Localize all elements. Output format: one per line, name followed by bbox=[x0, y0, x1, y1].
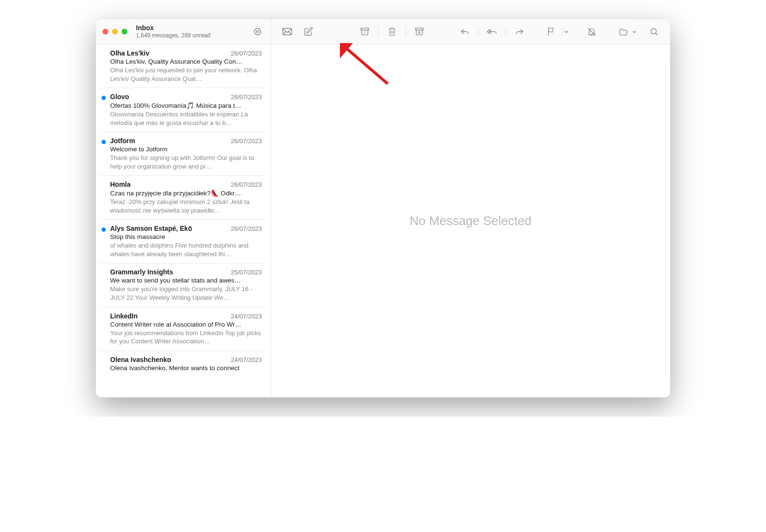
content: Olha Les'kiv26/07/2023Olha Les'kiv, Qual… bbox=[96, 45, 670, 397]
message-item[interactable]: Alys Samson Estapé, Ekō26/07/2023Stop th… bbox=[101, 220, 266, 263]
message-preview: Thank you for signing up with Jotform! O… bbox=[110, 154, 262, 170]
traffic-lights bbox=[102, 29, 127, 34]
message-sender: Olha Les'kiv bbox=[110, 49, 149, 57]
archive-button[interactable] bbox=[355, 24, 374, 39]
message-item[interactable]: Jotform26/07/2023Welcome to JotformThank… bbox=[101, 132, 266, 176]
separator bbox=[378, 27, 379, 36]
svg-point-11 bbox=[651, 28, 656, 34]
message-preview: Glovomanía Descuentos imbatibles te espe… bbox=[110, 110, 262, 127]
get-mail-button[interactable] bbox=[278, 24, 297, 39]
separator bbox=[406, 27, 406, 36]
message-item[interactable]: LinkedIn24/07/2023Content Writer role at… bbox=[101, 307, 266, 351]
message-preview-pane: No Message Selected bbox=[271, 45, 670, 397]
move-button[interactable] bbox=[614, 24, 633, 39]
message-date: 26/07/2023 bbox=[231, 50, 262, 57]
reply-icon bbox=[460, 28, 470, 35]
message-preview: Olha Les'kiv just requested to join your… bbox=[110, 66, 262, 83]
message-subject: Czas na przyjęcie dla przyjaciółek?👠 Odk… bbox=[110, 189, 262, 197]
unread-indicator bbox=[101, 227, 106, 232]
empty-state-text: No Message Selected bbox=[410, 214, 531, 228]
toolbar bbox=[271, 19, 670, 44]
message-sender: Homla bbox=[110, 181, 131, 188]
move-menu-button[interactable] bbox=[631, 30, 638, 34]
message-sender: LinkedIn bbox=[110, 312, 138, 320]
message-subject: Content Writer role at Association of Pr… bbox=[110, 321, 262, 328]
message-sender: Glovo bbox=[110, 93, 129, 101]
separator bbox=[478, 27, 479, 36]
junk-button[interactable] bbox=[410, 24, 429, 39]
message-subject: Stop this massacre bbox=[110, 233, 262, 240]
mailbox-header: Inbox 1,649 messages, 289 unread bbox=[136, 24, 251, 39]
flag-menu-button[interactable] bbox=[563, 30, 570, 34]
message-sender: Olena Ivashchenko bbox=[110, 356, 171, 363]
mailbox-subtitle: 1,649 messages, 289 unread bbox=[136, 32, 251, 39]
titlebar: Inbox 1,649 messages, 289 unread bbox=[96, 19, 670, 45]
flag-button[interactable] bbox=[541, 24, 561, 39]
mailbox-title: Inbox bbox=[136, 24, 251, 32]
message-subject: Ofertas 100% Glovomanía🎵 Música para t… bbox=[110, 102, 262, 109]
compose-button[interactable] bbox=[299, 24, 318, 39]
svg-line-12 bbox=[655, 33, 657, 35]
search-button[interactable] bbox=[644, 24, 664, 39]
window-maximize-button[interactable] bbox=[122, 29, 127, 34]
filter-icon bbox=[253, 27, 262, 36]
filter-button[interactable] bbox=[251, 25, 264, 38]
junk-icon bbox=[415, 27, 424, 36]
titlebar-left: Inbox 1,649 messages, 289 unread bbox=[96, 19, 271, 44]
compose-icon bbox=[304, 27, 313, 36]
message-subject: Olena Ivashchenko, Mentor wants to conne… bbox=[110, 364, 262, 372]
archive-icon bbox=[360, 27, 370, 36]
message-item[interactable]: Grammarly Insights25/07/2023We want to s… bbox=[101, 263, 266, 307]
svg-rect-9 bbox=[416, 28, 423, 30]
window-minimize-button[interactable] bbox=[112, 29, 118, 34]
message-preview: Make sure you're logged into Grammarly. … bbox=[110, 285, 262, 302]
window-close-button[interactable] bbox=[102, 29, 108, 34]
message-date: 26/07/2023 bbox=[231, 93, 262, 101]
message-date: 26/07/2023 bbox=[231, 181, 262, 188]
mail-window: Inbox 1,649 messages, 289 unread bbox=[96, 19, 670, 397]
message-preview: Your job recommendations from LinkedIn T… bbox=[110, 329, 262, 346]
message-sender: Jotform bbox=[110, 137, 135, 145]
message-preview: of whales and dolphins Five hundred dolp… bbox=[110, 241, 262, 258]
message-sender: Grammarly Insights bbox=[110, 268, 173, 276]
delete-icon bbox=[388, 27, 396, 36]
message-item[interactable]: Homla26/07/2023Czas na przyjęcie dla prz… bbox=[101, 176, 266, 220]
reply-button[interactable] bbox=[455, 24, 474, 39]
message-item[interactable]: Olha Les'kiv26/07/2023Olha Les'kiv, Qual… bbox=[101, 45, 266, 88]
delete-button[interactable] bbox=[383, 24, 402, 39]
get-mail-icon bbox=[282, 28, 293, 35]
search-icon bbox=[650, 27, 659, 36]
message-subject: Welcome to Jotform bbox=[110, 146, 262, 153]
message-date: 26/07/2023 bbox=[231, 225, 262, 232]
message-date: 24/07/2023 bbox=[231, 313, 262, 320]
reply-all-icon bbox=[487, 28, 497, 35]
flag-icon bbox=[547, 27, 555, 36]
message-date: 25/07/2023 bbox=[231, 269, 262, 276]
unread-indicator bbox=[101, 140, 106, 144]
message-date: 24/07/2023 bbox=[231, 356, 262, 363]
svg-rect-5 bbox=[361, 28, 369, 30]
message-item[interactable]: Glovo26/07/2023Ofertas 100% Glovomanía🎵 … bbox=[101, 88, 266, 132]
forward-icon bbox=[515, 28, 524, 35]
message-subject: We want to send you stellar stats and aw… bbox=[110, 277, 262, 284]
message-date: 26/07/2023 bbox=[231, 137, 262, 145]
chevron-down-icon bbox=[564, 30, 569, 34]
mute-icon bbox=[587, 27, 597, 37]
message-list-pane[interactable]: Olha Les'kiv26/07/2023Olha Les'kiv, Qual… bbox=[96, 45, 271, 397]
message-sender: Alys Samson Estapé, Ekō bbox=[110, 225, 192, 232]
reply-all-button[interactable] bbox=[483, 24, 502, 39]
chevron-down-icon bbox=[632, 30, 637, 34]
message-subject: Olha Les'kiv, Quality Assurance Quality … bbox=[110, 58, 262, 65]
move-icon bbox=[619, 28, 628, 36]
separator bbox=[506, 27, 506, 36]
message-list: Olha Les'kiv26/07/2023Olha Les'kiv, Qual… bbox=[96, 45, 270, 376]
mute-button[interactable] bbox=[582, 24, 601, 39]
message-preview: Teraz -20% przy zakupie minimum 2 sztuk!… bbox=[110, 198, 262, 215]
message-item[interactable]: Olena Ivashchenko24/07/2023Olena Ivashch… bbox=[101, 351, 266, 376]
unread-indicator bbox=[101, 96, 106, 100]
forward-button[interactable] bbox=[510, 24, 529, 39]
